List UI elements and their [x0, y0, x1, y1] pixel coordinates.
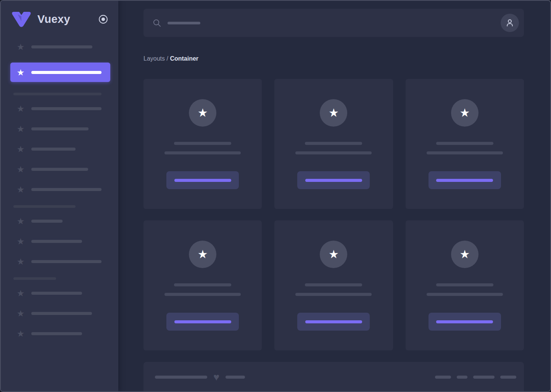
- nav-label-placeholder-bar: [31, 312, 92, 315]
- star-icon: ★: [329, 249, 339, 260]
- sidebar-nav-item[interactable]: ★: [10, 63, 110, 82]
- placeholder-card: ★: [274, 79, 393, 209]
- placeholder-card: ★: [143, 79, 262, 209]
- sidebar-header: Vuexy: [1, 1, 118, 37]
- button-label-placeholder-bar: [174, 179, 231, 182]
- person-icon: [505, 18, 515, 28]
- button-label-placeholder-bar: [305, 320, 362, 323]
- sidebar-nav-item[interactable]: ★: [16, 237, 118, 246]
- button-label-placeholder-bar: [436, 179, 493, 182]
- star-icon: ★: [459, 107, 470, 119]
- placeholder-card: ★: [406, 79, 524, 209]
- card-text-placeholder-bar: [164, 151, 241, 154]
- sidebar-nav: ★ ★ ★ ★ ★ ★ ★ ★ ★ ★ ★ ★ ★: [1, 37, 118, 338]
- cards-grid: ★ ★ ★ ★ ★: [143, 79, 524, 350]
- sidebar-nav-item[interactable]: ★: [16, 165, 118, 174]
- nav-label-placeholder-bar: [31, 292, 82, 295]
- card-text-placeholder-bar: [174, 283, 231, 286]
- search-input[interactable]: [143, 9, 524, 37]
- breadcrumb: Layouts / Container: [143, 55, 524, 62]
- app-window: Vuexy ★ ★ ★ ★ ★ ★ ★ ★ ★ ★ ★: [0, 0, 551, 392]
- placeholder-card: ★: [143, 220, 262, 350]
- card-text-placeholder-bar: [305, 142, 362, 145]
- star-icon: ★: [329, 107, 339, 119]
- nav-label-placeholder-bar: [31, 332, 82, 335]
- sidebar-nav-item[interactable]: ★: [16, 124, 118, 133]
- footer-placeholder-bar: [473, 376, 495, 379]
- star-icon: ★: [16, 124, 25, 133]
- sidebar-nav-item[interactable]: ★: [16, 185, 118, 194]
- nav-label-placeholder-bar: [31, 240, 82, 243]
- card-text-placeholder-bar: [427, 293, 503, 296]
- sidebar-nav-item[interactable]: ★: [16, 42, 118, 51]
- card-action-button[interactable]: [297, 171, 370, 189]
- card-avatar-circle: ★: [189, 99, 216, 127]
- placeholder-card: ★: [406, 220, 524, 350]
- footer-placeholder-bar: [226, 376, 245, 379]
- sidebar-nav-item[interactable]: ★: [16, 217, 118, 226]
- nav-label-placeholder-bar: [31, 168, 88, 171]
- footer-placeholder-bar: [457, 376, 467, 379]
- card-avatar-circle: ★: [451, 99, 478, 127]
- sidebar-section-header-bar: [13, 205, 76, 208]
- sidebar-nav-item[interactable]: ★: [16, 257, 118, 266]
- card-action-button[interactable]: [297, 313, 370, 331]
- card-action-button[interactable]: [429, 171, 501, 189]
- card-text-placeholder-bar: [436, 283, 493, 286]
- star-icon: ★: [198, 107, 208, 119]
- nav-label-placeholder-bar: [31, 188, 102, 191]
- star-icon: ★: [459, 249, 470, 260]
- button-label-placeholder-bar: [305, 179, 362, 182]
- search-icon: [153, 19, 161, 27]
- card-action-button[interactable]: [166, 313, 239, 331]
- sidebar-section-header-bar: [13, 277, 56, 280]
- placeholder-card: ★: [274, 220, 393, 350]
- card-text-placeholder-bar: [295, 151, 372, 154]
- menu-pin-radio-icon[interactable]: [98, 14, 108, 24]
- sidebar-nav-item[interactable]: ★: [16, 104, 118, 113]
- card-text-placeholder-bar: [436, 142, 493, 145]
- user-avatar-button[interactable]: [501, 14, 519, 32]
- app-title: Vuexy: [37, 13, 70, 26]
- card-text-placeholder-bar: [174, 142, 231, 145]
- card-text-placeholder-bar: [295, 293, 372, 296]
- star-icon: ★: [16, 104, 25, 113]
- search-placeholder-bar: [168, 22, 200, 24]
- nav-label-placeholder-bar: [31, 71, 102, 74]
- card-avatar-circle: ★: [451, 241, 478, 268]
- card-action-button[interactable]: [166, 171, 239, 189]
- heart-icon[interactable]: ♥: [213, 373, 219, 382]
- footer-card: ♥: [143, 362, 524, 392]
- star-icon: ★: [16, 237, 25, 246]
- vuexy-logo-icon: [11, 11, 31, 27]
- breadcrumb-section-link[interactable]: Layouts: [143, 55, 165, 62]
- button-label-placeholder-bar: [436, 320, 493, 323]
- card-action-button[interactable]: [429, 313, 501, 331]
- star-icon: ★: [16, 257, 25, 266]
- button-label-placeholder-bar: [174, 320, 231, 323]
- sidebar-nav-item[interactable]: ★: [16, 289, 118, 298]
- card-avatar-circle: ★: [189, 241, 216, 268]
- sidebar-nav-item[interactable]: ★: [16, 145, 118, 154]
- card-text-placeholder-bar: [427, 151, 503, 154]
- star-icon: ★: [16, 42, 25, 51]
- star-icon: ★: [16, 68, 25, 77]
- star-icon: ★: [16, 185, 25, 194]
- card-avatar-circle: ★: [320, 241, 347, 268]
- star-icon: ★: [198, 249, 208, 260]
- main-content: Layouts / Container ★ ★ ★: [118, 1, 550, 391]
- star-icon: ★: [16, 165, 25, 174]
- sidebar-nav-item[interactable]: ★: [16, 309, 118, 318]
- star-icon: ★: [16, 289, 25, 298]
- nav-label-placeholder-bar: [31, 45, 92, 48]
- nav-label-placeholder-bar: [31, 260, 102, 263]
- footer-placeholder-bar: [435, 376, 451, 379]
- card-text-placeholder-bar: [164, 293, 241, 296]
- footer-placeholder-bar: [500, 376, 516, 379]
- footer-right-group: [435, 376, 516, 379]
- star-icon: ★: [16, 329, 25, 338]
- sidebar: Vuexy ★ ★ ★ ★ ★ ★ ★ ★ ★ ★ ★: [1, 1, 118, 391]
- star-icon: ★: [16, 217, 25, 226]
- sidebar-nav-item[interactable]: ★: [16, 329, 118, 338]
- card-text-placeholder-bar: [305, 283, 362, 286]
